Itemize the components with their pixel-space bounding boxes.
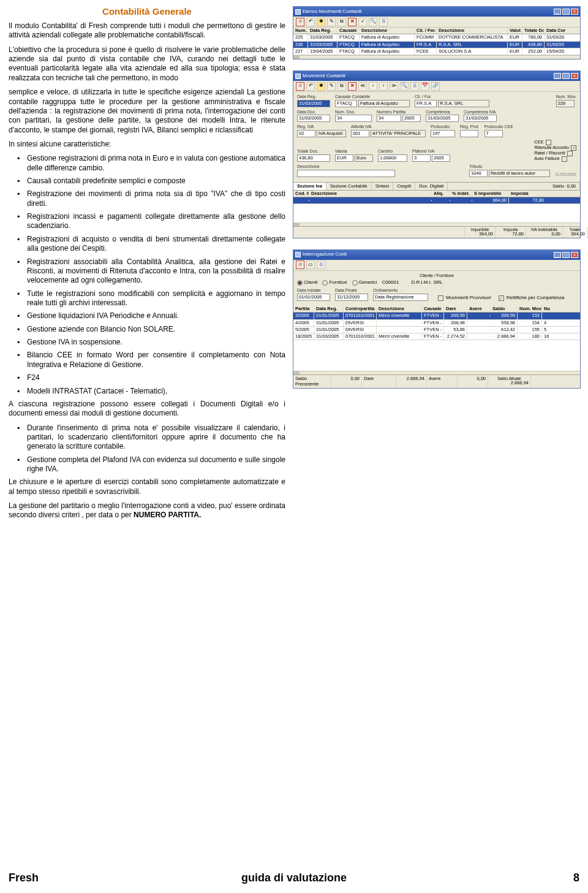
elenco-titlebar[interactable]: Elenco Movimenti Contabili _ □ × bbox=[293, 7, 580, 17]
data-iniziale-field[interactable]: 01/01/2005 bbox=[297, 294, 330, 301]
search-icon[interactable]: 🔍 bbox=[369, 18, 377, 26]
table-row-selected[interactable]: 22631/03/2005FTACQFattura di AcquistoFR.… bbox=[293, 42, 580, 48]
col-header[interactable]: S Imponibile bbox=[472, 191, 509, 197]
table-row-selected[interactable]: 3/200501/01/20050701010/2001Merci c/vend… bbox=[293, 313, 580, 319]
stop-icon[interactable]: ⊘ bbox=[296, 260, 304, 269]
numpart-anno-field[interactable]: 2005 bbox=[402, 115, 421, 122]
close-button[interactable]: × bbox=[571, 73, 578, 79]
plafond-mese-field[interactable]: 3 bbox=[412, 154, 431, 162]
regprot-field[interactable] bbox=[460, 130, 478, 137]
col-header[interactable]: Cli. / For. bbox=[415, 28, 437, 34]
edit-icon[interactable]: ✎ bbox=[327, 18, 336, 26]
col-header[interactable]: Aliq. bbox=[432, 191, 450, 197]
causale-cod-field[interactable]: FTACQ bbox=[335, 100, 357, 107]
search-icon[interactable]: 🔍 bbox=[400, 82, 409, 91]
data-finale-field[interactable]: 31/12/2005 bbox=[335, 294, 368, 301]
data-reg-field[interactable]: 31/03/2005 bbox=[297, 100, 330, 107]
radio-generici[interactable] bbox=[352, 280, 358, 286]
table-row[interactable]: 22715/04/2005FTACQFattura di AcquistoFCE… bbox=[293, 48, 580, 55]
scrollbar[interactable] bbox=[293, 55, 580, 59]
protcee-field[interactable]: 7 bbox=[484, 130, 503, 137]
col-header[interactable]: Valut bbox=[508, 28, 522, 34]
col-header[interactable]: Totale Do bbox=[522, 28, 545, 34]
calendar-icon[interactable]: 📅 bbox=[421, 82, 429, 91]
cambio-field[interactable]: 1,00000 bbox=[378, 154, 407, 162]
col-header[interactable]: Data Reg. bbox=[308, 28, 337, 34]
tributo-cod-field[interactable]: 1040 bbox=[469, 170, 488, 177]
ratei-checkbox[interactable] bbox=[567, 151, 573, 156]
protocollo-field[interactable]: 197 bbox=[431, 130, 455, 137]
numpart-field[interactable]: 34 bbox=[377, 115, 401, 122]
print-icon[interactable]: ⎙ bbox=[317, 260, 325, 269]
clifor-cod-field[interactable]: FR.S.A bbox=[415, 100, 437, 107]
undo-icon[interactable]: ↶ bbox=[306, 82, 315, 91]
new-icon[interactable]: ✱ bbox=[317, 82, 325, 91]
stop-icon[interactable]: ⊘ bbox=[296, 18, 304, 26]
rettifiche-competenza-checkbox[interactable]: ✓ bbox=[499, 295, 504, 301]
col-header[interactable]: Avere bbox=[467, 306, 491, 312]
delete-icon[interactable]: ✖ bbox=[348, 82, 356, 91]
col-header[interactable]: Dare bbox=[444, 306, 467, 312]
competenza-iva-field[interactable]: 31/03/2005 bbox=[464, 115, 497, 122]
print-icon[interactable]: ⎙ bbox=[379, 18, 388, 26]
undo-icon[interactable]: ↶ bbox=[306, 18, 315, 26]
tab-sintesi[interactable]: Sintesi bbox=[372, 183, 394, 190]
col-header[interactable]: Saldo bbox=[491, 306, 518, 312]
tab-sezione-contabile[interactable]: Sezione Contabile bbox=[326, 183, 372, 190]
tab-doc-digitali[interactable]: Doc. Digitali bbox=[415, 183, 448, 190]
copy-icon[interactable]: ⧉ bbox=[337, 82, 346, 91]
col-header[interactable]: % Indet. bbox=[450, 191, 472, 197]
tab-cespiti[interactable]: Cespiti bbox=[393, 183, 415, 190]
table-row[interactable]: 5/200531/01/2005DIVERSIFTVEN -53,86612,4… bbox=[293, 327, 580, 333]
col-header[interactable]: Cod. Iva bbox=[293, 191, 309, 197]
radio-clienti[interactable] bbox=[297, 280, 303, 286]
col-header[interactable]: Partita bbox=[293, 306, 314, 312]
maximize-button[interactable]: □ bbox=[562, 252, 570, 258]
descrizione-field[interactable] bbox=[297, 170, 395, 177]
ritenuta-checkbox[interactable]: ✓ bbox=[571, 145, 576, 151]
edit-icon[interactable]: ✎ bbox=[327, 82, 336, 91]
close-button[interactable]: × bbox=[571, 252, 578, 258]
copy-icon[interactable]: ⧉ bbox=[337, 18, 346, 26]
col-header[interactable]: Num. Mov. bbox=[293, 28, 308, 34]
col-header[interactable]: Contropartita bbox=[344, 306, 377, 312]
nav-prev-icon[interactable]: ‹ bbox=[369, 82, 377, 91]
maximize-button[interactable]: □ bbox=[562, 73, 570, 79]
col-header[interactable]: Descrizione bbox=[437, 28, 508, 34]
confirm-icon[interactable]: ✔ bbox=[358, 18, 367, 26]
autofatture-checkbox[interactable] bbox=[562, 156, 567, 162]
delete-icon[interactable]: ✖ bbox=[348, 18, 356, 26]
col-header[interactable]: Causale bbox=[337, 28, 360, 34]
radio-fornitori[interactable] bbox=[322, 280, 328, 286]
conto-cod-field[interactable]: C00001 bbox=[382, 280, 406, 286]
new-icon[interactable]: ✱ bbox=[317, 18, 325, 26]
valuta-field[interactable]: EUR bbox=[335, 154, 353, 162]
tab-sezione-iva[interactable]: Sezione Iva bbox=[293, 183, 326, 190]
totdoc-field[interactable]: 436,80 bbox=[297, 154, 330, 162]
movimenti-titlebar[interactable]: Movimenti Contabili _ □ × bbox=[293, 71, 580, 81]
minimize-button[interactable]: _ bbox=[554, 9, 561, 15]
minimize-button[interactable]: _ bbox=[554, 252, 561, 258]
col-header[interactable]: Imposta bbox=[509, 191, 546, 197]
col-header[interactable]: Descrizione bbox=[360, 28, 415, 34]
table-row[interactable]: 4/200531/01/2005DIVERSIFTVEN -208,98558,… bbox=[293, 320, 580, 327]
attiva-field[interactable]: 001 bbox=[351, 130, 369, 137]
nav-first-icon[interactable]: ≪ bbox=[358, 82, 367, 91]
interrogazione-titlebar[interactable]: Interrogazione Conti _ □ × bbox=[293, 250, 580, 260]
col-header[interactable]: Descrizione bbox=[309, 191, 432, 197]
maximize-button[interactable]: □ bbox=[562, 9, 570, 15]
minimize-button[interactable]: _ bbox=[554, 73, 561, 79]
close-button[interactable]: × bbox=[571, 9, 578, 15]
col-header[interactable]: Nu bbox=[542, 306, 554, 312]
nav-next-icon[interactable]: › bbox=[379, 82, 388, 91]
num-doc-field[interactable]: 34 bbox=[335, 115, 372, 122]
col-header[interactable]: Descrizione bbox=[377, 306, 422, 312]
plafond-anno-field[interactable]: 2005 bbox=[432, 154, 450, 162]
link-icon[interactable]: 🔗 bbox=[431, 82, 440, 91]
table-row[interactable]: 22531/03/2005FTACQFattura di AcquistoFCO… bbox=[293, 34, 580, 41]
nav-last-icon[interactable]: ≫ bbox=[390, 82, 398, 91]
table-row[interactable]: 18/200531/03/20050701010/2001Merci c/ven… bbox=[293, 333, 580, 340]
print-icon[interactable]: ⎙ bbox=[410, 82, 419, 91]
regiva-field[interactable]: 02 bbox=[297, 130, 315, 137]
ordinamento-select[interactable]: Data Registrazione bbox=[373, 294, 428, 301]
